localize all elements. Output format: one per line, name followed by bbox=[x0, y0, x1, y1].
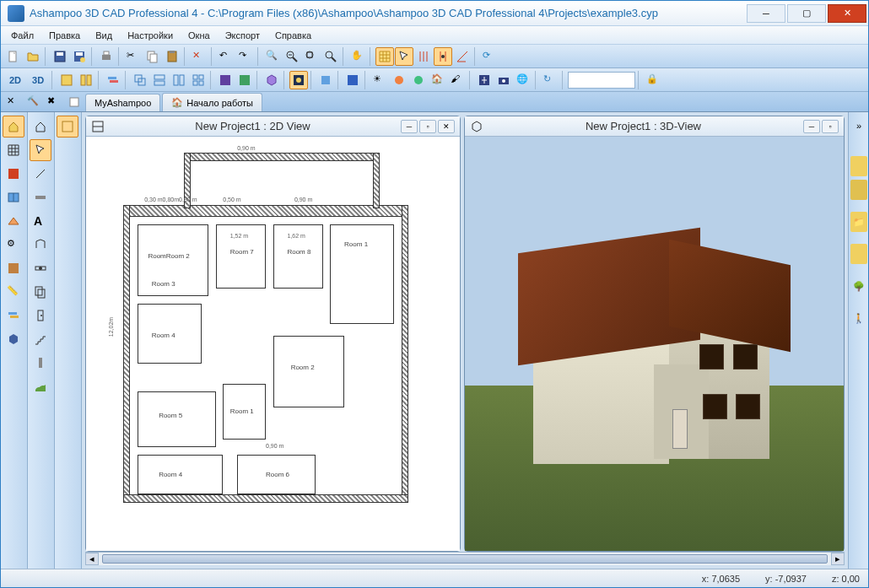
print-icon[interactable] bbox=[97, 47, 116, 66]
save-as-icon[interactable] bbox=[70, 47, 89, 66]
redo-icon[interactable]: ↷ bbox=[236, 47, 255, 66]
tree-tab-icon[interactable]: 🌳 bbox=[850, 276, 867, 296]
layer-combo[interactable] bbox=[568, 72, 635, 89]
arch-house-icon[interactable] bbox=[3, 116, 24, 138]
settings-tool-icon[interactable]: ⚙ bbox=[3, 234, 24, 256]
menu-export[interactable]: Экспорт bbox=[219, 29, 267, 42]
tab-start[interactable]: 🏠Начало работы bbox=[162, 93, 262, 111]
grid-tool-icon[interactable] bbox=[3, 139, 24, 161]
menu-edit[interactable]: Правка bbox=[42, 29, 87, 42]
prop-icon[interactable] bbox=[65, 93, 84, 111]
save-icon[interactable] bbox=[51, 47, 69, 66]
wall-draw-icon[interactable] bbox=[30, 186, 51, 208]
3d-label[interactable]: 3D bbox=[27, 73, 49, 87]
menu-help[interactable]: Справка bbox=[268, 29, 318, 42]
grid-icon[interactable] bbox=[375, 47, 394, 66]
zoom-out-icon[interactable] bbox=[283, 47, 301, 66]
texture-tab-icon[interactable] bbox=[850, 180, 867, 200]
layer-tool-icon[interactable] bbox=[3, 305, 24, 326]
globe-icon[interactable]: 🌐 bbox=[514, 71, 532, 89]
cut-icon[interactable]: ✂ bbox=[124, 47, 143, 66]
view-minimize-icon[interactable]: ─ bbox=[401, 120, 418, 133]
zoom-in-icon[interactable]: 🔍 bbox=[263, 47, 282, 66]
measure-tool-icon[interactable]: 📏 bbox=[3, 281, 24, 303]
cursor-icon[interactable] bbox=[395, 47, 413, 66]
view-restore-icon[interactable]: ▫ bbox=[419, 120, 436, 133]
plan-icon[interactable] bbox=[57, 116, 78, 138]
view-restore-icon[interactable]: ▫ bbox=[822, 120, 839, 133]
render-2-icon[interactable] bbox=[235, 71, 254, 89]
window-tile-v-icon[interactable] bbox=[170, 71, 188, 89]
material-tab-icon[interactable] bbox=[850, 156, 867, 176]
view-single-icon[interactable] bbox=[57, 71, 76, 89]
tool-a-icon[interactable] bbox=[390, 71, 408, 89]
person-tab-icon[interactable]: 🚶 bbox=[850, 308, 867, 328]
expand-icon[interactable]: » bbox=[850, 116, 867, 136]
open-file-icon[interactable] bbox=[24, 47, 42, 66]
zoom-fit-icon[interactable] bbox=[302, 47, 321, 66]
hammer-icon[interactable]: 🔨 bbox=[24, 93, 43, 111]
window-tile-h-icon[interactable] bbox=[150, 71, 169, 89]
door-tool-icon[interactable] bbox=[30, 305, 51, 326]
view-close-icon[interactable]: ✕ bbox=[438, 120, 455, 133]
window-grid-icon[interactable] bbox=[189, 71, 208, 89]
canvas-2d[interactable]: RoomRoom 2 Room 7 Room 8 Room 1 Room 3 R… bbox=[86, 137, 460, 551]
maximize-button[interactable]: ▢ bbox=[787, 4, 826, 23]
stairs-tool-icon[interactable] bbox=[30, 328, 51, 350]
walk-icon[interactable] bbox=[475, 71, 494, 89]
zoom-window-icon[interactable] bbox=[321, 47, 340, 66]
cube-icon[interactable] bbox=[262, 71, 281, 89]
layers-icon[interactable] bbox=[104, 71, 122, 89]
scroll-thumb[interactable] bbox=[102, 554, 828, 564]
tab-myashampoo[interactable]: MyAshampoo bbox=[85, 94, 160, 111]
folder-tab-icon[interactable]: 📁 bbox=[850, 212, 867, 232]
wall-tool-icon[interactable] bbox=[3, 163, 24, 185]
close-button[interactable]: ✕ bbox=[828, 4, 866, 23]
horizontal-scrollbar[interactable]: ◂ ▸ bbox=[85, 552, 845, 565]
pan-icon[interactable]: ✋ bbox=[348, 47, 367, 66]
terrain-tool-icon[interactable] bbox=[30, 375, 51, 397]
window-cascade-icon[interactable] bbox=[131, 71, 149, 89]
angle-icon[interactable] bbox=[453, 47, 472, 66]
object-tab-icon[interactable] bbox=[850, 244, 867, 264]
sun-icon[interactable]: ☀ bbox=[370, 71, 389, 89]
new-file-icon[interactable] bbox=[4, 47, 23, 66]
select-house-icon[interactable] bbox=[30, 116, 51, 138]
close-all-icon[interactable]: ✖ bbox=[45, 93, 63, 111]
scroll-left-icon[interactable]: ◂ bbox=[85, 553, 99, 565]
brush-icon[interactable]: 🖌 bbox=[448, 71, 467, 89]
edit-wall-icon[interactable] bbox=[30, 257, 51, 279]
snap-point-icon[interactable] bbox=[434, 47, 452, 66]
3d-wall-icon[interactable] bbox=[30, 234, 51, 256]
object-tool-icon[interactable] bbox=[3, 328, 24, 350]
camera-icon[interactable] bbox=[494, 71, 513, 89]
scroll-right-icon[interactable]: ▸ bbox=[831, 553, 845, 565]
paste-icon[interactable] bbox=[163, 47, 181, 66]
color-icon[interactable] bbox=[343, 71, 362, 89]
menu-windows[interactable]: Окна bbox=[181, 29, 217, 42]
pointer-icon[interactable] bbox=[30, 139, 51, 161]
view-front-icon[interactable] bbox=[316, 71, 335, 89]
window-tool-icon[interactable] bbox=[3, 186, 24, 208]
reload-icon[interactable]: ↻ bbox=[541, 71, 559, 89]
canvas-3d[interactable] bbox=[465, 137, 844, 551]
copy-tool-icon[interactable] bbox=[30, 281, 51, 303]
menu-settings[interactable]: Настройки bbox=[121, 29, 180, 42]
render-1-icon[interactable] bbox=[216, 71, 235, 89]
texture-tool-icon[interactable] bbox=[3, 257, 24, 279]
lock-icon[interactable]: 🔒 bbox=[644, 71, 662, 89]
minimize-button[interactable]: ─ bbox=[747, 4, 785, 23]
view-minimize-icon[interactable]: ─ bbox=[803, 120, 820, 133]
menu-view[interactable]: Вид bbox=[89, 29, 119, 42]
2d-label[interactable]: 2D bbox=[4, 73, 26, 87]
line-tool-icon[interactable] bbox=[30, 163, 51, 185]
column-tool-icon[interactable] bbox=[30, 352, 51, 374]
shader-icon[interactable] bbox=[289, 71, 308, 89]
tool-b-icon[interactable] bbox=[409, 71, 428, 89]
copy-icon[interactable] bbox=[143, 47, 162, 66]
undo-icon[interactable]: ↶ bbox=[217, 47, 235, 66]
delete-icon[interactable]: ✕ bbox=[190, 47, 208, 66]
snap-vertical-icon[interactable] bbox=[414, 47, 433, 66]
text-tool-icon[interactable]: A bbox=[30, 210, 51, 232]
tools-icon[interactable]: ✕ bbox=[4, 93, 23, 111]
